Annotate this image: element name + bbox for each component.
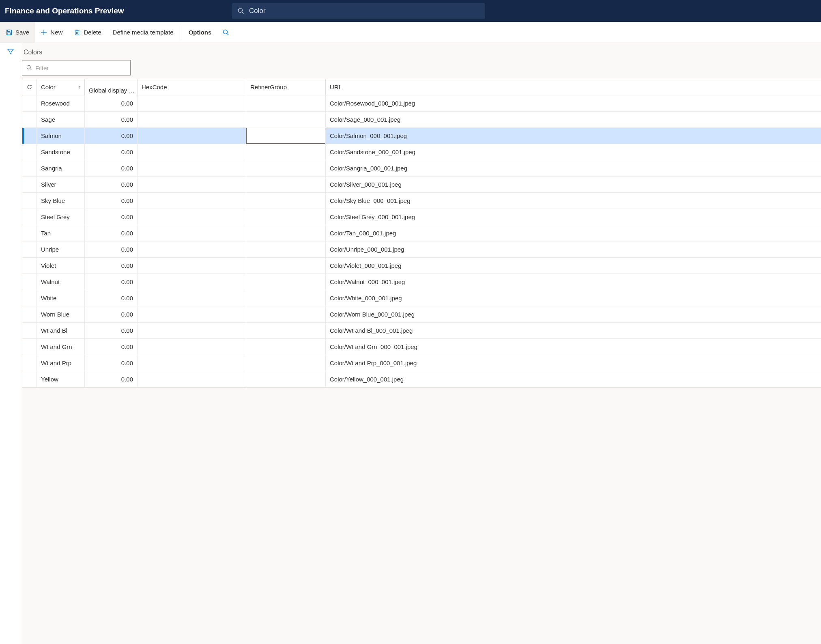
hexcode-cell[interactable]: [138, 209, 246, 225]
row-selector[interactable]: [24, 274, 37, 290]
color-cell[interactable]: Violet: [37, 258, 85, 274]
url-cell[interactable]: Color/Wt and Prp_000_001.jpeg: [326, 355, 821, 371]
refinergroup-cell[interactable]: [246, 144, 326, 160]
url-cell[interactable]: Color/Sky Blue_000_001.jpeg: [326, 193, 821, 209]
refinergroup-cell[interactable]: [246, 128, 326, 144]
color-cell[interactable]: Yellow: [37, 371, 85, 387]
refinergroup-cell[interactable]: [246, 355, 326, 371]
url-cell[interactable]: Color/Wt and Bl_000_001.jpeg: [326, 323, 821, 338]
url-cell[interactable]: Color/Sangria_000_001.jpeg: [326, 160, 821, 176]
display-cell[interactable]: 0.00: [85, 112, 138, 127]
table-row[interactable]: White0.00Color/White_000_001.jpeg: [22, 290, 821, 306]
hexcode-cell[interactable]: [138, 95, 246, 111]
row-selector[interactable]: [24, 177, 37, 192]
row-selector[interactable]: [24, 128, 37, 144]
color-cell[interactable]: Steel Grey: [37, 209, 85, 225]
hexcode-cell[interactable]: [138, 274, 246, 290]
row-selector[interactable]: [24, 144, 37, 160]
url-cell[interactable]: Color/Rosewood_000_001.jpeg: [326, 95, 821, 111]
hexcode-cell[interactable]: [138, 306, 246, 322]
display-cell[interactable]: 0.00: [85, 323, 138, 338]
hexcode-cell[interactable]: [138, 241, 246, 257]
url-cell[interactable]: Color/Worn Blue_000_001.jpeg: [326, 306, 821, 322]
table-row[interactable]: Sky Blue0.00Color/Sky Blue_000_001.jpeg: [22, 193, 821, 209]
hexcode-cell[interactable]: [138, 160, 246, 176]
find-button[interactable]: [217, 22, 235, 43]
color-column-header[interactable]: Color ↑: [37, 79, 85, 95]
row-selector[interactable]: [24, 355, 37, 371]
hexcode-cell[interactable]: [138, 177, 246, 192]
hexcode-cell[interactable]: [138, 144, 246, 160]
table-row[interactable]: Violet0.00Color/Violet_000_001.jpeg: [22, 258, 821, 274]
filter-pane-toggle[interactable]: [7, 48, 14, 56]
refinergroup-cell[interactable]: [246, 274, 326, 290]
row-selector[interactable]: [24, 209, 37, 225]
refinergroup-cell[interactable]: [246, 193, 326, 209]
hexcode-cell[interactable]: [138, 225, 246, 241]
color-cell[interactable]: Wt and Prp: [37, 355, 85, 371]
refinergroup-cell[interactable]: [246, 160, 326, 176]
color-cell[interactable]: Walnut: [37, 274, 85, 290]
row-selector[interactable]: [24, 306, 37, 322]
table-row[interactable]: Rosewood0.00Color/Rosewood_000_001.jpeg: [22, 95, 821, 112]
display-cell[interactable]: 0.00: [85, 355, 138, 371]
hexcode-cell[interactable]: [138, 323, 246, 338]
hexcode-cell[interactable]: [138, 339, 246, 355]
url-cell[interactable]: Color/Wt and Grn_000_001.jpeg: [326, 339, 821, 355]
display-cell[interactable]: 0.00: [85, 371, 138, 387]
display-cell[interactable]: 0.00: [85, 306, 138, 322]
table-row[interactable]: Walnut0.00Color/Walnut_000_001.jpeg: [22, 274, 821, 290]
color-cell[interactable]: Unripe: [37, 241, 85, 257]
color-cell[interactable]: Salmon: [37, 128, 85, 144]
color-cell[interactable]: Worn Blue: [37, 306, 85, 322]
color-cell[interactable]: Sage: [37, 112, 85, 127]
url-cell[interactable]: Color/Walnut_000_001.jpeg: [326, 274, 821, 290]
row-selector[interactable]: [24, 225, 37, 241]
refinergroup-cell[interactable]: [246, 306, 326, 322]
url-cell[interactable]: Color/White_000_001.jpeg: [326, 290, 821, 306]
color-cell[interactable]: Sky Blue: [37, 193, 85, 209]
refinergroup-cell[interactable]: [246, 225, 326, 241]
refinergroup-cell[interactable]: [246, 241, 326, 257]
define-media-template-button[interactable]: Define media template: [107, 22, 179, 43]
refinergroup-input[interactable]: [246, 128, 325, 144]
display-cell[interactable]: 0.00: [85, 225, 138, 241]
color-cell[interactable]: Tan: [37, 225, 85, 241]
refinergroup-cell[interactable]: [246, 209, 326, 225]
row-selector[interactable]: [24, 95, 37, 111]
refresh-column-header[interactable]: [22, 79, 37, 95]
save-button[interactable]: Save: [0, 22, 35, 43]
url-cell[interactable]: Color/Sandstone_000_001.jpeg: [326, 144, 821, 160]
global-search[interactable]: Color: [232, 3, 485, 19]
url-cell[interactable]: Color/Unripe_000_001.jpeg: [326, 241, 821, 257]
table-row[interactable]: Salmon0.00Color/Salmon_000_001.jpeg: [22, 128, 821, 144]
table-row[interactable]: Wt and Grn0.00Color/Wt and Grn_000_001.j…: [22, 339, 821, 355]
table-row[interactable]: Tan0.00Color/Tan_000_001.jpeg: [22, 225, 821, 241]
color-cell[interactable]: Sangria: [37, 160, 85, 176]
url-cell[interactable]: Color/Violet_000_001.jpeg: [326, 258, 821, 274]
color-cell[interactable]: Wt and Bl: [37, 323, 85, 338]
hexcode-cell[interactable]: [138, 290, 246, 306]
color-cell[interactable]: Wt and Grn: [37, 339, 85, 355]
display-cell[interactable]: 0.00: [85, 95, 138, 111]
url-cell[interactable]: Color/Tan_000_001.jpeg: [326, 225, 821, 241]
row-selector[interactable]: [24, 112, 37, 127]
table-row[interactable]: Wt and Prp0.00Color/Wt and Prp_000_001.j…: [22, 355, 821, 371]
table-row[interactable]: Silver0.00Color/Silver_000_001.jpeg: [22, 177, 821, 193]
table-row[interactable]: Sage0.00Color/Sage_000_001.jpeg: [22, 112, 821, 128]
table-row[interactable]: Wt and Bl0.00Color/Wt and Bl_000_001.jpe…: [22, 323, 821, 339]
color-cell[interactable]: White: [37, 290, 85, 306]
url-column-header[interactable]: URL: [326, 79, 821, 95]
refinergroup-cell[interactable]: [246, 371, 326, 387]
display-cell[interactable]: 0.00: [85, 160, 138, 176]
display-cell[interactable]: 0.00: [85, 193, 138, 209]
url-cell[interactable]: Color/Yellow_000_001.jpeg: [326, 371, 821, 387]
refinergroup-cell[interactable]: [246, 177, 326, 192]
display-cell[interactable]: 0.00: [85, 128, 138, 144]
url-cell[interactable]: Color/Silver_000_001.jpeg: [326, 177, 821, 192]
grid-filter[interactable]: [22, 60, 131, 75]
hexcode-cell[interactable]: [138, 371, 246, 387]
display-cell[interactable]: 0.00: [85, 241, 138, 257]
hexcode-cell[interactable]: [138, 258, 246, 274]
refinergroup-cell[interactable]: [246, 95, 326, 111]
